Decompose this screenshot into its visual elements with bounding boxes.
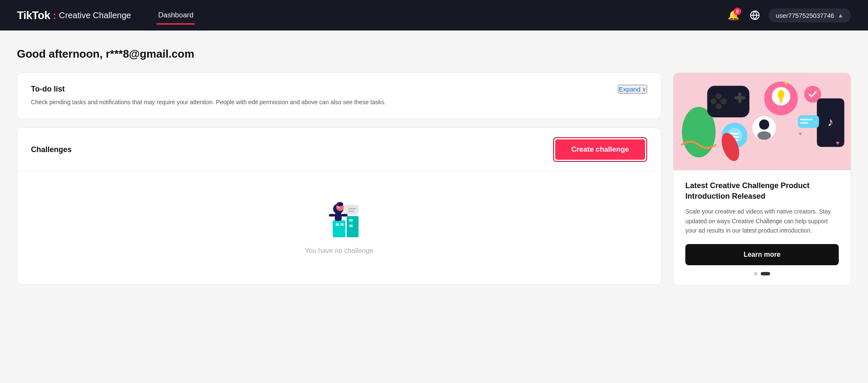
svg-rect-7 [349,225,353,227]
user-label: user7757525037746 [776,12,835,19]
no-challenge-illustration [314,197,369,244]
promo-illustration: ♪ ♥ ♥ ✦ [673,73,851,170]
svg-rect-15 [335,213,342,221]
svg-rect-17 [341,214,348,216]
promo-image: ♪ ♥ ♥ ✦ [673,73,851,170]
svg-point-24 [716,103,722,109]
create-challenge-button[interactable]: Create challenge [555,139,645,160]
svg-point-14 [338,206,339,208]
todo-header: To-do list Expand ∨ [31,85,647,94]
right-panel: ♪ ♥ ♥ ✦ [673,72,851,286]
logo-subtitle: Creative Challenge [59,11,131,20]
nav-dashboard[interactable]: Dashboard [156,8,195,23]
left-panel: To-do list Expand ∨ Check pending tasks … [17,72,661,285]
carousel-dot-1[interactable] [754,272,757,275]
svg-point-23 [716,93,722,99]
promo-card: ♪ ♥ ♥ ✦ [673,72,851,286]
svg-point-51 [757,131,771,140]
challenges-card: Challenges Create challenge [17,128,661,285]
content-layout: To-do list Expand ∨ Check pending tasks … [17,72,851,286]
svg-rect-9 [348,208,356,209]
expand-button[interactable]: Expand ∨ [618,85,647,94]
main-content: Good afternoon, r***8@gmail.com To-do li… [0,31,868,303]
logo: TikTok: Creative Challenge [17,9,131,22]
svg-text:✦: ✦ [783,80,789,87]
svg-rect-36 [798,115,819,128]
svg-rect-16 [329,214,335,216]
logo-colon: : [53,9,56,22]
globe-icon [750,10,760,20]
main-nav: Dashboard [156,8,195,23]
svg-rect-6 [349,219,353,222]
todo-description: Check pending tasks and notifications th… [31,98,647,107]
logo-tiktok: TikTok [17,9,50,22]
header: TikTok: Creative Challenge Dashboard 🔔 0… [0,0,868,31]
svg-point-31 [779,94,783,98]
language-button[interactable] [750,10,760,20]
svg-rect-46 [730,133,739,134]
empty-text: You have no challenge [305,247,373,255]
carousel-dots [685,272,839,277]
notification-button[interactable]: 🔔 0 [726,8,741,23]
svg-rect-10 [348,211,354,212]
svg-point-50 [759,119,769,130]
promo-content: Latest Creative Challenge Product Introd… [673,170,851,286]
challenges-empty-state: You have no challenge [17,172,661,284]
todo-card: To-do list Expand ∨ Check pending tasks … [17,72,661,119]
svg-text:♥: ♥ [799,131,802,137]
create-challenge-wrapper: Create challenge [553,137,647,162]
svg-text:♪: ♪ [827,115,833,128]
svg-rect-4 [336,223,339,226]
carousel-dot-2[interactable] [761,272,770,275]
user-dropdown[interactable]: user7757525037746 ▲ [768,8,851,22]
promo-title: Latest Creative Challenge Product Introd… [685,180,839,202]
learn-more-button[interactable]: Learn more [685,244,839,265]
expand-chevron-icon: ∨ [642,86,646,92]
expand-label: Expand [619,86,640,93]
todo-title: To-do list [31,85,65,94]
svg-rect-2 [333,220,345,237]
challenges-header: Challenges Create challenge [17,128,661,172]
promo-description: Scale your creative ad videos with nativ… [685,207,839,235]
svg-rect-27 [738,92,741,103]
chevron-down-icon: ▲ [837,12,843,19]
svg-rect-38 [800,122,809,124]
challenges-title: Challenges [31,145,72,154]
svg-text:♥: ♥ [836,139,839,146]
svg-point-25 [721,98,726,104]
greeting: Good afternoon, r***8@gmail.com [17,47,851,61]
empty-illustration [314,197,364,239]
svg-rect-5 [340,223,344,226]
svg-point-13 [337,202,343,206]
svg-rect-8 [343,205,359,215]
notification-badge: 0 [734,8,741,15]
svg-rect-30 [779,102,783,103]
svg-rect-37 [800,119,813,120]
header-right: 🔔 0 user7757525037746 ▲ [726,8,851,23]
svg-point-22 [711,98,717,104]
